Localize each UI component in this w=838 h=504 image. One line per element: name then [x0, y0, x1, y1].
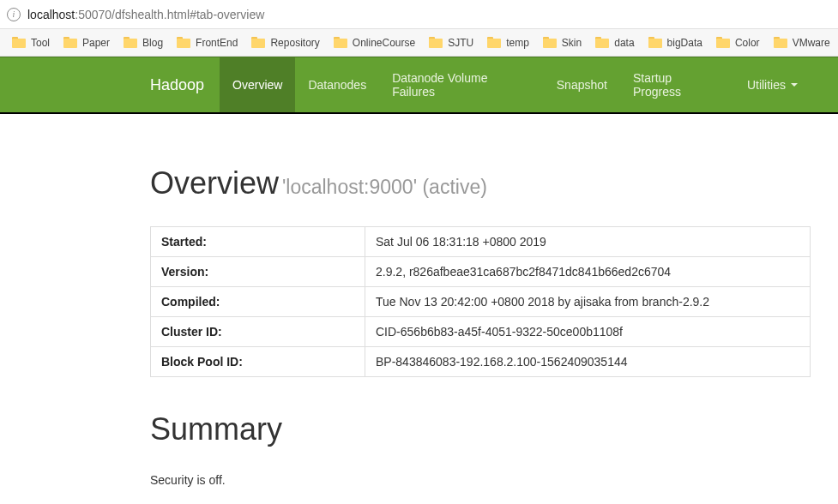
info-icon[interactable]: i — [7, 8, 21, 21]
bookmark-folder[interactable]: OnlineCourse — [329, 35, 420, 51]
table-row: Compiled:Tue Nov 13 20:42:00 +0800 2018 … — [151, 287, 811, 317]
bookmark-folder[interactable]: Blog — [118, 35, 168, 51]
bookmark-label: data — [614, 37, 634, 49]
row-key: Compiled: — [151, 287, 365, 317]
row-key: Block Pool ID: — [151, 347, 365, 377]
nav-tab-label: Datanodes — [308, 78, 366, 92]
nav-tab-label: Snapshot — [557, 78, 607, 92]
nav-tab-label: Overview — [232, 78, 282, 92]
bookmark-label: SJTU — [448, 37, 473, 49]
bookmark-folder[interactable]: temp — [482, 35, 534, 51]
bookmark-label: Tool — [31, 37, 50, 49]
bookmark-folder[interactable]: data — [590, 35, 639, 51]
folder-icon — [63, 37, 77, 48]
nav-tab-utilities[interactable]: Utilities — [734, 57, 811, 112]
folder-icon — [487, 37, 501, 48]
bookmark-folder[interactable]: bigData — [643, 35, 708, 51]
page-header: Overview 'localhost:9000' (active) — [150, 165, 811, 209]
nav-tab-overview[interactable]: Overview — [220, 57, 295, 112]
nav-tab-label: Startup Progress — [633, 71, 721, 99]
page-title: Overview — [150, 165, 279, 201]
summary-title: Summary — [150, 411, 811, 447]
bookmark-label: Blog — [142, 37, 163, 49]
row-value: Tue Nov 13 20:42:00 +0800 2018 by ajisak… — [365, 287, 811, 317]
row-value: CID-656b6b83-a45f-4051-9322-50ce00b1108f — [365, 317, 811, 347]
bookmark-label: Repository — [270, 37, 319, 49]
folder-icon — [648, 37, 662, 48]
table-row: Cluster ID:CID-656b6b83-a45f-4051-9322-5… — [151, 317, 811, 347]
nav-tab-datanode-volume-failures[interactable]: Datanode Volume Failures — [379, 57, 544, 112]
table-row: Version:2.9.2, r826afbeae31ca687bc2f8471… — [151, 257, 811, 287]
nav-tab-snapshot[interactable]: Snapshot — [544, 57, 620, 112]
folder-icon — [595, 37, 609, 48]
bookmark-label: Skin — [562, 37, 582, 49]
folder-icon — [543, 37, 557, 48]
row-value: Sat Jul 06 18:31:18 +0800 2019 — [365, 227, 811, 257]
row-value: 2.9.2, r826afbeae31ca687bc2f8471dc841b66… — [365, 257, 811, 287]
bookmark-label: Color — [735, 37, 760, 49]
page-subtitle: 'localhost:9000' (active) — [282, 176, 487, 198]
bookmark-folder[interactable]: Paper — [58, 35, 115, 51]
url-text: localhost:50070/dfshealth.html#tab-overv… — [27, 8, 264, 21]
row-key: Started: — [151, 227, 365, 257]
bookmark-folder[interactable]: SJTU — [424, 35, 479, 51]
nav-tab-label: Utilities — [747, 78, 786, 92]
folder-icon — [334, 37, 347, 48]
brand[interactable]: Hadoop — [150, 57, 220, 112]
bookmark-label: VMware — [793, 37, 830, 49]
folder-icon — [251, 37, 265, 48]
row-key: Version: — [151, 257, 365, 287]
summary-security: Security is off. — [150, 473, 811, 487]
table-row: Block Pool ID:BP-843846083-192.168.2.100… — [151, 347, 811, 377]
bookmark-folder[interactable]: Repository — [246, 35, 324, 51]
table-row: Started:Sat Jul 06 18:31:18 +0800 2019 — [151, 227, 811, 257]
folder-icon — [716, 37, 730, 48]
summary-header: Summary — [150, 411, 811, 447]
nav-tab-startup-progress[interactable]: Startup Progress — [620, 57, 734, 112]
bookmark-label: OnlineCourse — [353, 37, 415, 49]
bookmark-label: Paper — [82, 37, 110, 49]
nav-tab-datanodes[interactable]: Datanodes — [295, 57, 379, 112]
bookmarks-bar: ToolPaperBlogFrontEndRepositoryOnlineCou… — [0, 29, 838, 57]
overview-table: Started:Sat Jul 06 18:31:18 +0800 2019Ve… — [150, 226, 811, 377]
address-bar[interactable]: i localhost:50070/dfshealth.html#tab-ove… — [0, 0, 838, 29]
folder-icon — [177, 37, 190, 48]
bookmark-folder[interactable]: FrontEnd — [172, 35, 243, 51]
row-key: Cluster ID: — [151, 317, 365, 347]
nav-tab-label: Datanode Volume Failures — [392, 71, 531, 99]
bookmark-folder[interactable]: Color — [711, 35, 765, 51]
bookmark-folder[interactable]: Skin — [538, 35, 587, 51]
folder-icon — [774, 37, 787, 48]
folder-icon — [12, 37, 26, 48]
bookmark-label: bigData — [667, 37, 702, 49]
bookmark-label: temp — [506, 37, 529, 49]
bookmark-folder[interactable]: VMware — [769, 35, 835, 51]
folder-icon — [124, 37, 137, 48]
folder-icon — [429, 37, 443, 48]
caret-icon — [791, 83, 798, 87]
bookmark-label: FrontEnd — [196, 37, 238, 49]
row-value: BP-843846083-192.168.2.100-1562409035144 — [365, 347, 811, 377]
navbar: Hadoop OverviewDatanodesDatanode Volume … — [0, 57, 838, 114]
bookmark-folder[interactable]: Tool — [7, 35, 55, 51]
